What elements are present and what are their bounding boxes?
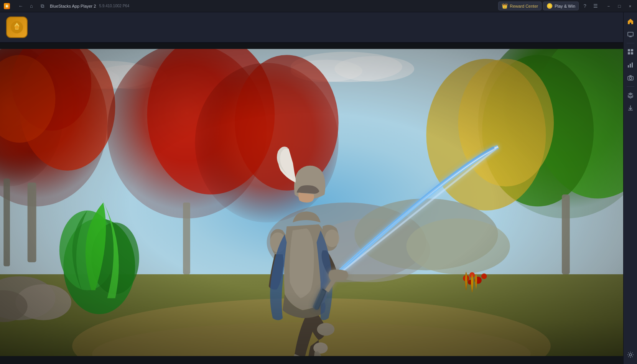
svg-point-15 <box>629 77 632 79</box>
sidebar-chart-button[interactable] <box>624 59 637 71</box>
sidebar-grid-button[interactable] <box>624 46 637 58</box>
title-bar: ← ⌂ ⧉ BlueStacks App Player 2 5.9.410.10… <box>0 0 637 12</box>
svg-rect-68 <box>0 43 623 49</box>
window-controls: − □ × <box>603 1 635 12</box>
svg-point-16 <box>629 354 632 356</box>
sidebar-layers-button[interactable] <box>624 89 637 101</box>
game-scene-svg <box>0 43 623 364</box>
maximize-button[interactable]: □ <box>614 1 625 12</box>
svg-rect-67 <box>0 356 623 364</box>
app-name-label: BlueStacks App Player 2 <box>50 4 96 8</box>
play-win-button[interactable]: 🪙 Play & Win <box>543 2 579 10</box>
svg-point-4 <box>15 25 19 29</box>
svg-rect-66 <box>0 43 623 364</box>
right-sidebar <box>623 12 637 364</box>
play-win-coin-icon: 🪙 <box>546 3 553 9</box>
game-logo <box>6 16 28 38</box>
title-bar-nav: ← ⌂ ⧉ <box>16 2 47 11</box>
app-header <box>0 12 637 43</box>
svg-rect-13 <box>632 63 633 68</box>
app-version-label: 5.9.410.1002 P64 <box>99 4 129 8</box>
svg-rect-7 <box>628 49 630 51</box>
reward-crown-icon: 👑 <box>502 3 508 9</box>
sidebar-divider-2 <box>627 86 634 87</box>
reward-center-button[interactable]: 👑 Reward Center <box>498 2 542 10</box>
sidebar-tv-button[interactable] <box>624 28 637 41</box>
svg-rect-10 <box>631 52 633 54</box>
sidebar-download-button[interactable] <box>624 102 637 114</box>
sidebar-camera-button[interactable] <box>624 72 637 84</box>
sidebar-divider-1 <box>627 43 634 43</box>
minimize-button[interactable]: − <box>603 1 614 12</box>
svg-rect-5 <box>628 32 633 36</box>
title-bar-right: 👑 Reward Center 🪙 Play & Win ? ☰ − □ × <box>498 1 637 12</box>
close-button[interactable]: × <box>625 1 635 12</box>
back-button[interactable]: ← <box>16 2 25 11</box>
bluestacks-app-icon <box>4 3 10 9</box>
reward-center-label: Reward Center <box>510 4 538 8</box>
svg-rect-8 <box>631 49 633 51</box>
tabs-button[interactable]: ⧉ <box>38 2 47 11</box>
main-content <box>0 43 623 364</box>
game-area <box>0 43 623 364</box>
play-win-label: Play & Win <box>555 4 575 8</box>
menu-button[interactable]: ☰ <box>591 2 600 11</box>
svg-rect-12 <box>630 64 631 68</box>
svg-rect-11 <box>628 65 629 68</box>
sidebar-settings-button[interactable] <box>624 349 637 361</box>
sidebar-home-button[interactable] <box>624 15 637 28</box>
svg-rect-9 <box>628 52 630 54</box>
home-nav-button[interactable]: ⌂ <box>27 2 36 11</box>
help-button[interactable]: ? <box>580 2 589 11</box>
title-bar-left: ← ⌂ ⧉ BlueStacks App Player 2 5.9.410.10… <box>0 2 129 11</box>
